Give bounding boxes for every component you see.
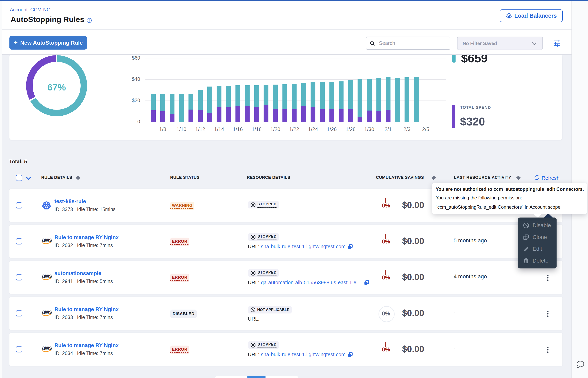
svg-text:$60: $60 xyxy=(132,55,140,61)
svg-text:$20: $20 xyxy=(132,97,140,103)
svg-text:1/18: 1/18 xyxy=(252,126,262,132)
svg-text:1/26: 1/26 xyxy=(327,126,337,132)
svg-text:1/12: 1/12 xyxy=(195,126,205,132)
svg-text:2/1: 2/1 xyxy=(384,126,392,132)
svg-text:1/30: 1/30 xyxy=(364,126,374,132)
svg-text:0: 0 xyxy=(137,119,140,124)
svg-text:2/3: 2/3 xyxy=(403,126,410,132)
svg-text:1/14: 1/14 xyxy=(214,126,224,132)
svg-text:1/28: 1/28 xyxy=(346,126,356,132)
svg-text:1/24: 1/24 xyxy=(308,126,318,132)
svg-text:1/10: 1/10 xyxy=(177,126,187,132)
svg-text:1/8: 1/8 xyxy=(159,126,166,132)
svg-text:1/16: 1/16 xyxy=(233,126,243,132)
svg-text:$40: $40 xyxy=(132,76,140,82)
svg-text:1/20: 1/20 xyxy=(270,126,281,132)
svg-text:1/22: 1/22 xyxy=(289,126,299,132)
svg-text:2/5: 2/5 xyxy=(422,126,429,132)
